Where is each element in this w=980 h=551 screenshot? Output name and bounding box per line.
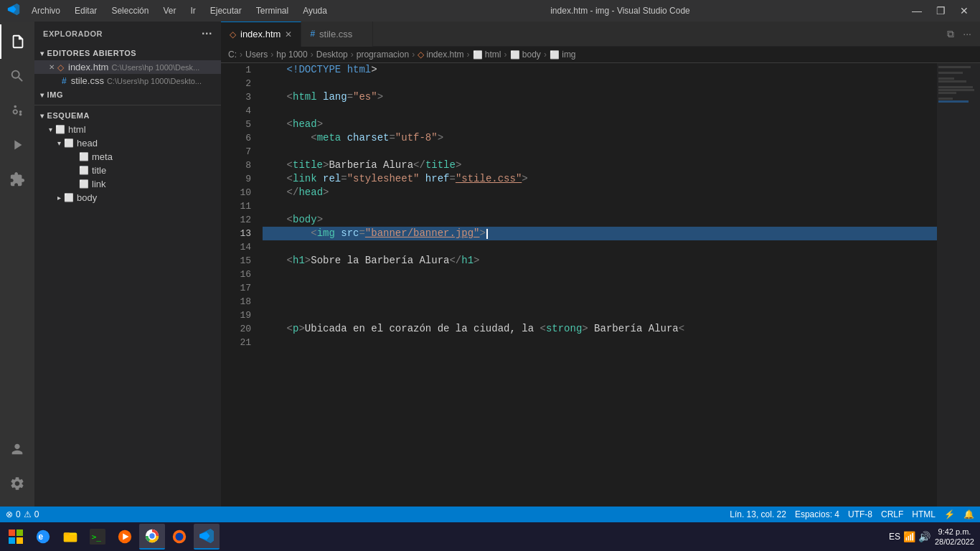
code-line-12: <body> xyxy=(263,213,937,227)
sidebar-more-icon[interactable]: ··· xyxy=(202,27,212,40)
title-bar: Archivo Editar Selección Ver Ir Ejecutar… xyxy=(0,0,980,22)
code-doctype: <!DOCTYPE xyxy=(287,63,341,77)
close-button[interactable]: ✕ xyxy=(956,4,973,18)
ln-10: 10 xyxy=(221,186,251,199)
tree-body[interactable]: ▸ ⬜ body xyxy=(34,191,221,204)
taskbar-explorer[interactable] xyxy=(57,524,83,550)
file-item-index-htm[interactable]: ✕ ◇ index.htm C:\Users\hp 1000\Desk... xyxy=(34,60,221,74)
code-content[interactable]: <!DOCTYPE html> <html lang="es"> <head> xyxy=(257,63,937,507)
taskbar-date-text: 28/02/2022 xyxy=(935,537,974,547)
menu-terminal[interactable]: Terminal xyxy=(250,4,294,17)
more-actions-icon[interactable]: ··· xyxy=(960,27,974,42)
tab-stile-css[interactable]: # stile.css xyxy=(301,22,373,47)
status-bell[interactable]: 🔔 xyxy=(963,509,974,519)
tray-lang[interactable]: ES xyxy=(889,532,900,542)
tree-body-icon: ⬜ xyxy=(64,193,74,202)
code-indent xyxy=(263,63,287,77)
ln-11: 11 xyxy=(221,199,251,213)
code-editor[interactable]: 1 2 3 4 5 6 7 8 9 10 11 12 13 14 15 16 1… xyxy=(221,63,980,507)
close-icon-index[interactable]: ✕ xyxy=(49,63,55,71)
ln-12: 12 xyxy=(221,213,251,227)
tree-link[interactable]: ⬜ link xyxy=(34,177,221,191)
breadcrumb-body[interactable]: ⬜ body xyxy=(510,50,541,60)
taskbar-media[interactable] xyxy=(112,524,138,550)
status-eol[interactable]: CRLF xyxy=(881,509,903,519)
menu-bar: Archivo Editar Selección Ver Ir Ejecutar… xyxy=(26,4,333,17)
tree-meta-label: meta xyxy=(92,151,113,162)
taskbar-ie[interactable]: e xyxy=(30,524,56,550)
activity-bar xyxy=(0,22,34,507)
taskbar-terminal[interactable]: >_ xyxy=(85,524,110,550)
status-spaces-text: Espacios: 4 xyxy=(795,509,839,519)
breadcrumb-desktop[interactable]: Desktop xyxy=(316,50,348,60)
menu-archivo[interactable]: Archivo xyxy=(26,4,66,17)
tree-meta[interactable]: ⬜ meta xyxy=(34,150,221,164)
code-line-16 xyxy=(263,268,937,281)
activity-extensions[interactable] xyxy=(0,162,34,197)
tree-title[interactable]: ⬜ title xyxy=(34,164,221,177)
status-encoding[interactable]: UTF-8 xyxy=(848,509,872,519)
maximize-button[interactable]: ❐ xyxy=(932,4,950,18)
activity-files[interactable] xyxy=(0,24,34,59)
taskbar-chrome[interactable] xyxy=(139,524,165,550)
taskbar-firefox[interactable] xyxy=(166,524,192,550)
open-editors-section[interactable]: ▾ EDITORES ABIERTOS xyxy=(34,46,221,60)
breadcrumb-users[interactable]: Users xyxy=(245,50,268,60)
ln-18: 18 xyxy=(221,295,251,309)
img-chevron: ▾ xyxy=(40,91,44,99)
menu-ir[interactable]: Ir xyxy=(184,4,201,17)
taskbar-vscode[interactable] xyxy=(194,524,220,550)
img-section[interactable]: ▾ IMG xyxy=(34,88,221,102)
status-position[interactable]: Lín. 13, col. 22 xyxy=(730,509,786,519)
main-container: EXPLORADOR ··· ▾ EDITORES ABIERTOS ✕ ◇ i… xyxy=(0,22,980,507)
activity-settings[interactable] xyxy=(0,466,34,501)
tree-html[interactable]: ▾ ⬜ html xyxy=(34,123,221,136)
tree-head[interactable]: ▾ ⬜ head xyxy=(34,136,221,150)
start-button[interactable] xyxy=(3,524,29,550)
tree-html-icon: ⬜ xyxy=(55,125,65,134)
menu-ver[interactable]: Ver xyxy=(157,4,182,17)
activity-git[interactable] xyxy=(0,93,34,128)
taskbar-clock[interactable]: 9:42 p.m. 28/02/2022 xyxy=(935,527,974,547)
minimize-button[interactable]: — xyxy=(908,4,926,18)
menu-ejecutar[interactable]: Ejecutar xyxy=(204,4,248,17)
remote-icon: ⚡ xyxy=(944,509,955,519)
tray-network[interactable]: 📶 xyxy=(903,531,915,542)
img-label: IMG xyxy=(47,90,63,99)
breadcrumb-sep7: › xyxy=(504,50,507,60)
menu-ayuda[interactable]: Ayuda xyxy=(297,4,333,17)
tray-volume[interactable]: 🔊 xyxy=(918,531,930,542)
menu-seleccion[interactable]: Selección xyxy=(105,4,154,17)
svg-text:>_: >_ xyxy=(92,532,102,542)
open-editors-label: EDITORES ABIERTOS xyxy=(47,49,137,57)
breadcrumb-html[interactable]: ⬜ html xyxy=(473,50,501,60)
html-icon: ◇ xyxy=(57,62,64,72)
activity-debug[interactable] xyxy=(0,128,34,162)
code-line-19 xyxy=(263,309,937,322)
breadcrumb-indexhtm[interactable]: ◇ index.htm xyxy=(418,50,463,60)
ln-8: 8 xyxy=(221,159,251,172)
activity-search[interactable] xyxy=(0,59,34,93)
breadcrumb-programacion[interactable]: programacion xyxy=(357,50,409,60)
tree-head-chevron: ▾ xyxy=(57,139,61,147)
menu-editar[interactable]: Editar xyxy=(69,4,103,17)
tab-index-htm[interactable]: ◇ index.htm ✕ xyxy=(221,22,301,47)
status-spaces[interactable]: Espacios: 4 xyxy=(795,509,839,519)
status-errors[interactable]: ⊗ 0 ⚠ 0 xyxy=(6,509,39,519)
error-icon: ⊗ xyxy=(6,509,13,519)
tab-index-close[interactable]: ✕ xyxy=(285,29,292,39)
activity-account[interactable] xyxy=(0,432,34,466)
css-icon: # xyxy=(62,76,67,86)
breadcrumb-c[interactable]: C: xyxy=(228,50,237,60)
activity-bar-bottom xyxy=(0,432,34,507)
svg-point-14 xyxy=(149,533,154,538)
split-editor-icon[interactable]: ⧉ xyxy=(944,27,957,42)
breadcrumb-hp[interactable]: hp 1000 xyxy=(276,50,307,60)
breadcrumb-img[interactable]: ⬜ img xyxy=(550,50,576,60)
status-language[interactable]: HTML xyxy=(912,509,936,519)
svg-rect-0 xyxy=(9,529,15,536)
esquema-section[interactable]: ▾ ESQUEMA xyxy=(34,108,221,123)
breadcrumb-sep5: › xyxy=(412,50,415,60)
file-item-stile-css[interactable]: # stile.css C:\Users\hp 1000\Deskto... xyxy=(34,74,221,88)
status-remote[interactable]: ⚡ xyxy=(944,509,955,519)
